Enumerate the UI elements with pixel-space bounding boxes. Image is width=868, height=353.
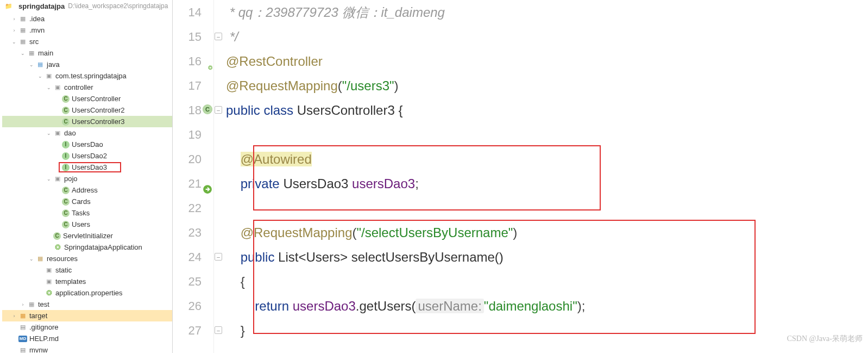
class-icon: C [62,187,70,194]
class-icon: C [62,221,70,228]
code-line: public class UsersController3 { [226,98,868,122]
tree-item-target[interactable]: › ▦ target [2,310,172,321]
line-number: 25 [173,269,202,294]
chevron-right-icon: › [11,16,17,22]
class-icon: C [62,198,70,206]
fold-toggle-icon[interactable]: – [215,106,222,114]
code-line: * qq：2398779723 微信：it_daimeng [226,0,868,24]
folder-icon: ▦ [27,300,36,309]
class-icon: C [53,232,61,240]
file-icon: ▤ [18,346,27,354]
tree-item-usersdao2[interactable]: I UsersDao2 [2,150,172,162]
code-area[interactable]: * qq：2398779723 微信：it_daimeng */ @RestCo… [224,0,868,353]
package-icon: ▣ [45,266,53,275]
chevron-right-icon: › [20,301,26,308]
folder-icon: ▦ [18,26,27,35]
tree-item-controller[interactable]: ⌄ ▣ controller [2,82,172,93]
tree-item-static[interactable]: ▣ static [2,264,172,276]
line-number: 18 [173,98,202,122]
navigate-gutter-icon[interactable] [203,178,212,188]
tree-item-usersdao[interactable]: I UsersDao [2,139,172,150]
tree-item-templates[interactable]: ▣ templates [2,276,172,287]
fold-toggle-icon[interactable]: – [215,326,222,334]
folder-icon: ▦ [27,49,36,58]
line-number: 27 [173,318,202,343]
tree-item-gitignore[interactable]: ▤ .gitignore [2,321,172,333]
package-icon: ▣ [45,72,53,80]
tree-item-properties[interactable]: ❂ application.properties [2,287,172,299]
fold-toggle-icon[interactable]: – [215,33,222,40]
package-icon: ▣ [53,129,62,138]
interface-icon: I [62,152,70,160]
tree-item-tasks[interactable]: C Tasks [2,207,172,219]
line-number: 15 [173,24,202,49]
folder-icon: ▦ [18,38,27,46]
line-number: 21 [173,171,202,196]
package-icon: ▣ [45,277,53,286]
tree-item-test[interactable]: › ▦ test [2,299,172,310]
spring-config-icon: ❂ [45,289,53,298]
tree-item-springapp[interactable]: ❂ SpringdatajpaApplication [2,241,172,253]
tree-item-cards[interactable]: C Cards [2,196,172,207]
tree-item-userscontroller[interactable]: C UsersController [2,93,172,104]
folder-icon: 📁 [4,2,13,10]
line-number: 16 [173,49,202,73]
line-number: 24 [173,245,202,269]
project-root-row[interactable]: 📁 springdatajpa D:\idea_workspace2\sprin… [0,0,172,12]
spring-icon: ❂ [53,243,62,252]
tree-item-usersdao3[interactable]: I UsersDao3 [2,162,172,173]
tree-item-src[interactable]: ⌄ ▦ src [2,36,172,47]
package-icon: ▣ [53,175,62,183]
chevron-down-icon: ⌄ [37,73,43,79]
chevron-down-icon: ⌄ [46,130,52,137]
tree-item-servletinitializer[interactable]: C ServletInitializer [2,230,172,241]
class-icon: C [62,107,70,114]
spring-bean-gutter-icon[interactable]: ❂ [203,55,212,65]
project-tree-panel: 📁 springdatajpa D:\idea_workspace2\sprin… [0,0,173,353]
tree-item-help[interactable]: MD HELP.md [2,333,172,344]
fold-toggle-icon[interactable]: – [215,253,222,261]
line-number: 17 [173,73,202,98]
tree-item-users[interactable]: C Users [2,219,172,230]
line-number: 26 [173,294,202,318]
code-line: */ [226,24,868,49]
tree-item-userscontroller3[interactable]: C UsersController3 [2,116,172,127]
tree-item-address[interactable]: C Address [2,184,172,196]
line-number-gutter: 14 15 16 17 18 19 20 21 22 23 24 25 26 2… [173,0,214,353]
line-number: 23 [173,220,202,245]
chevron-down-icon: ⌄ [46,176,52,182]
chevron-down-icon: ⌄ [20,50,26,57]
source-folder-icon: ▦ [36,60,45,69]
class-icon: C [62,209,70,217]
tree-item-resources[interactable]: ⌄ ▦ resources [2,253,172,264]
class-icon: C [62,95,70,103]
package-icon: ▣ [53,83,62,92]
chevron-down-icon: ⌄ [28,61,35,68]
class-icon: C [62,118,70,126]
tree-item-package[interactable]: ⌄ ▣ com.test.springdatajpa [2,70,172,82]
tree-item-idea[interactable]: › ▦ .idea [2,13,172,24]
tree-item-java[interactable]: ⌄ ▦ java [2,59,172,70]
tree-item-dao[interactable]: ⌄ ▣ dao [2,127,172,139]
excluded-folder-icon: ▦ [18,312,27,320]
line-number: 19 [173,122,202,147]
highlight-box-1 [253,145,601,210]
tree-item-userscontroller2[interactable]: C UsersController2 [2,104,172,116]
project-tree: › ▦ .idea › ▦ .mvn ⌄ ▦ src ⌄ ▦ main ⌄ ▦ … [0,12,172,353]
tree-item-mvn[interactable]: › ▦ .mvn [2,24,172,36]
line-number: 14 [173,0,202,24]
code-editor[interactable]: 14 15 16 17 18 19 20 21 22 23 24 25 26 2… [173,0,868,353]
tree-item-main[interactable]: ⌄ ▦ main [2,47,172,59]
line-number: 20 [173,147,202,171]
tree-item-pojo[interactable]: ⌄ ▣ pojo [2,173,172,184]
interface-icon: I [62,164,70,171]
class-gutter-icon[interactable]: C [203,104,212,114]
code-line [226,122,868,147]
highlight-box-2 [253,220,756,334]
interface-icon: I [62,141,70,148]
file-icon: ▤ [18,323,27,332]
tree-item-mvnw[interactable]: ▤ mvnw [2,344,172,353]
folder-icon: ▦ [18,15,27,23]
resources-folder-icon: ▦ [36,255,45,263]
project-path: D:\idea_workspace2\springdatajpa [68,2,168,10]
